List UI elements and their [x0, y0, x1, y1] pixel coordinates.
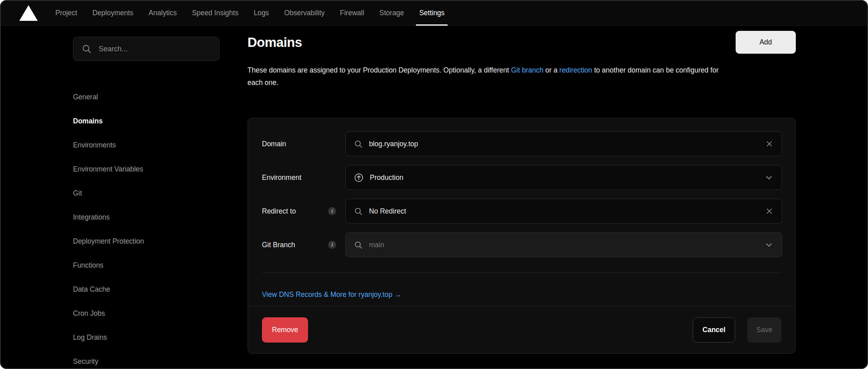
- app-window: Project Deployments Analytics Speed Insi…: [0, 0, 868, 369]
- nav-tab-deployments[interactable]: Deployments: [85, 1, 140, 26]
- environment-field-label: Environment: [262, 165, 301, 190]
- card-divider: [262, 272, 781, 273]
- git-branch-input-wrapper: [345, 232, 782, 257]
- domain-field-row: Domain: [248, 131, 795, 156]
- sidebar-item-general[interactable]: General: [73, 85, 219, 109]
- sidebar-item-cron-jobs[interactable]: Cron Jobs: [73, 301, 219, 325]
- nav-tabs: Project Deployments Analytics Speed Insi…: [48, 1, 452, 26]
- environment-field-row: Environment Production: [248, 165, 795, 190]
- page-title: Domains: [247, 31, 302, 54]
- domain-input-wrapper: [345, 131, 782, 156]
- cancel-button[interactable]: Cancel: [693, 317, 735, 343]
- search-icon: [354, 240, 363, 250]
- nav-tab-logs[interactable]: Logs: [246, 1, 276, 26]
- description-text: These domains are assigned to your Produ…: [247, 66, 511, 74]
- nav-tab-speed-insights[interactable]: Speed Insights: [185, 1, 246, 26]
- sidebar-item-environments[interactable]: Environments: [73, 133, 219, 157]
- sidebar-item-log-drains[interactable]: Log Drains: [73, 325, 219, 349]
- domain-card: Domain Environment: [247, 118, 796, 354]
- sidebar-item-integrations[interactable]: Integrations: [73, 205, 219, 229]
- environment-select[interactable]: Production: [345, 165, 782, 190]
- search-icon: [354, 207, 363, 216]
- add-domain-button[interactable]: Add: [736, 31, 796, 54]
- sidebar-item-environment-variables[interactable]: Environment Variables: [73, 157, 219, 181]
- redirect-field-label: Redirect to: [262, 199, 296, 224]
- chevron-down-icon: [764, 240, 774, 250]
- description-text: or a: [544, 66, 560, 74]
- search-icon: [354, 139, 363, 149]
- redirect-input-wrapper: [345, 199, 782, 224]
- nav-tab-analytics[interactable]: Analytics: [142, 1, 184, 26]
- arrow-up-circle-icon: [354, 173, 364, 183]
- domains-description: These domains are assigned to your Produ…: [247, 64, 725, 89]
- nav-tab-project[interactable]: Project: [48, 1, 84, 26]
- redirect-input[interactable]: [369, 207, 765, 216]
- nav-tab-observability[interactable]: Observability: [277, 1, 332, 26]
- top-navigation: Project Deployments Analytics Speed Insi…: [1, 1, 867, 26]
- redirect-field-row: Redirect to i: [248, 199, 795, 224]
- git-branch-input[interactable]: [369, 241, 764, 249]
- git-branch-field-row: Git Branch i: [248, 232, 795, 257]
- nav-tab-settings[interactable]: Settings: [412, 1, 452, 26]
- sidebar-item-functions[interactable]: Functions: [73, 253, 219, 277]
- dns-records-link[interactable]: View DNS Records & More for ryanjoy.top …: [262, 290, 402, 299]
- git-branch-info-icon[interactable]: i: [328, 241, 336, 249]
- sidebar-item-security[interactable]: Security: [73, 349, 219, 369]
- card-footer: Remove Cancel Save: [248, 306, 795, 353]
- sidebar-item-data-cache[interactable]: Data Cache: [73, 277, 219, 301]
- domain-field-label: Domain: [262, 131, 286, 156]
- nav-tab-storage[interactable]: Storage: [372, 1, 411, 26]
- settings-sidebar: General Domains Environments Environment…: [73, 85, 219, 369]
- search-icon: [81, 44, 92, 54]
- git-branch-link[interactable]: Git branch: [511, 66, 544, 74]
- sidebar-search-box[interactable]: [73, 37, 219, 61]
- nav-tab-firewall[interactable]: Firewall: [333, 1, 371, 26]
- sidebar-item-deployment-protection[interactable]: Deployment Protection: [73, 229, 219, 253]
- domain-input[interactable]: [369, 140, 765, 148]
- vercel-logo-icon[interactable]: [19, 5, 38, 21]
- clear-redirect-icon[interactable]: [765, 207, 774, 216]
- redirection-link[interactable]: redirection: [560, 66, 592, 74]
- remove-button[interactable]: Remove: [262, 317, 308, 343]
- chevron-down-icon: [764, 173, 774, 182]
- clear-domain-icon[interactable]: [765, 139, 774, 148]
- sidebar-item-domains[interactable]: Domains: [73, 109, 219, 133]
- git-branch-field-label: Git Branch: [262, 232, 295, 257]
- redirect-info-icon[interactable]: i: [328, 207, 336, 215]
- environment-value: Production: [370, 173, 404, 182]
- search-input[interactable]: [99, 45, 211, 53]
- sidebar-item-git[interactable]: Git: [73, 181, 219, 205]
- save-button[interactable]: Save: [747, 317, 781, 343]
